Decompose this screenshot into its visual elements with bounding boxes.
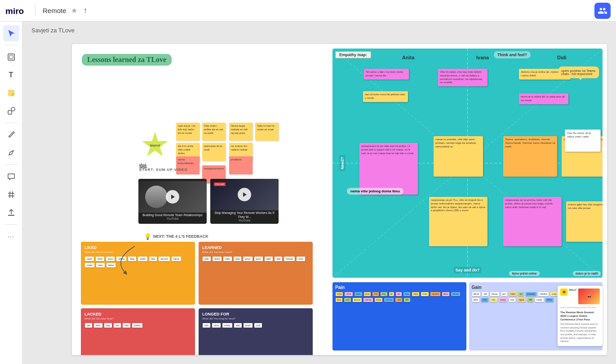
gain-sticky[interactable]: lakše — [472, 298, 480, 302]
sticky-tool[interactable] — [3, 85, 19, 101]
sticky-note[interactable]: Nema briga trebala se vidi taj koji prav… — [229, 123, 253, 141]
marker-tool[interactable] — [3, 145, 19, 161]
emp-sticky-orange[interactable]: Teams: operativno, društenje, novosti, T… — [503, 136, 557, 177]
gain-sticky[interactable]: online — [545, 298, 554, 302]
star-button[interactable]: ★ — [71, 6, 77, 15]
pain-sticky[interactable]: oprema — [430, 292, 440, 296]
pain-sticky[interactable]: sati — [396, 292, 402, 296]
lacked-sticky[interactable]: praksa — [132, 323, 142, 328]
gain-sticky[interactable]: produktiv — [526, 292, 536, 296]
more-tools[interactable]: ··· — [3, 228, 19, 244]
pain-sticky[interactable]: sami — [344, 298, 351, 302]
longed-sticky[interactable]: više — [203, 323, 210, 328]
learned-sticky[interactable]: podr — [203, 257, 211, 261]
pain-sticky[interactable]: veza — [412, 292, 419, 296]
pain-sticky[interactable]: posa — [364, 292, 371, 296]
lacked-sticky[interactable]: sati — [85, 323, 92, 328]
learned-sticky[interactable]: porez — [243, 257, 253, 261]
pain-sticky[interactable]: blog — [381, 292, 387, 296]
gain-sticky[interactable]: mir — [519, 292, 524, 296]
play-button-1[interactable] — [166, 190, 179, 204]
learned-sticky[interactable]: nove — [297, 257, 305, 261]
sticky-note[interactable]: nema komunikacija — [176, 156, 199, 174]
lacked-sticky[interactable]: više — [123, 323, 130, 328]
gain-sticky[interactable]: digitali — [517, 298, 526, 302]
liked-sticky[interactable]: kakva — [172, 257, 181, 261]
sticky-note[interactable]: Više malo i prilike da se rad na pošli — [202, 123, 226, 141]
gain-sticky[interactable]: fokusu — [490, 292, 499, 296]
learned-sticky[interactable]: kako — [265, 257, 273, 261]
user-avatar[interactable] — [594, 3, 611, 19]
emp-sticky-large[interactable]: usmjeravam se pri radu kad mi proba, i t… — [359, 143, 418, 195]
select-tool[interactable] — [3, 25, 19, 41]
learned-sticky[interactable]: alati — [275, 257, 282, 261]
pain-sticky[interactable]: Anita — [336, 292, 343, 296]
grid-tool[interactable] — [3, 186, 19, 203]
emp-sticky[interactable]: Više ili manje, ima nas malo dobrih situ… — [438, 69, 487, 86]
video-2[interactable]: ON AIR Stop Managing Your Remote Workers… — [210, 179, 279, 224]
pain-sticky[interactable]: djeca — [442, 292, 450, 296]
pain-sticky[interactable]: umoran — [384, 298, 394, 302]
sticky-note[interactable]: planiranje da bi znali — [202, 143, 226, 161]
shapes-tool[interactable] — [3, 103, 19, 119]
gain-sticky[interactable]: fleksib — [472, 292, 481, 296]
longed-sticky[interactable]: alati — [234, 323, 242, 328]
learned-sticky[interactable]: puno — [254, 257, 263, 261]
gain-sticky[interactable]: svoja — [550, 292, 558, 296]
gain-sticky[interactable]: WB — [527, 298, 533, 302]
share-button[interactable]: ↑ — [84, 6, 88, 15]
gain-sticky[interactable]: uštedina — [538, 292, 549, 296]
pain-sticky[interactable]: ured — [395, 298, 402, 302]
pain-sticky[interactable]: onlinep — [363, 298, 373, 302]
emp-sticky-center[interactable]: manje su potrebe, više tišje sami probaj… — [434, 136, 483, 177]
video-1[interactable]: Building Good Remote Team RelationshipsY… — [138, 179, 207, 224]
pain-sticky[interactable]: ne — [389, 292, 394, 296]
emp-sticky[interactable]: nema je to online bit, tu sada amo ali n… — [519, 93, 568, 104]
longed-sticky[interactable]: primj — [212, 323, 221, 328]
emp-sticky-far-br[interactable]: znamo gdje nas više razgovaramo, nije na… — [566, 201, 603, 242]
learned-sticky[interactable]: remote — [284, 257, 295, 261]
emp-sticky-bottom[interactable]: razgovaraju sa pri TLu, više se dogodi š… — [429, 197, 487, 246]
pain-sticky[interactable]: Ivana — [355, 292, 362, 296]
pain-sticky[interactable]: fokusu — [451, 292, 460, 296]
longed-sticky[interactable]: pratić — [244, 323, 253, 328]
pain-sticky[interactable]: lijenost — [353, 298, 362, 302]
pain-sticky[interactable]: izolac — [421, 292, 429, 296]
learned-sticky[interactable]: alati — [234, 257, 241, 261]
gain-sticky[interactable]: miru — [490, 298, 497, 302]
gain-sticky[interactable]: više — [482, 292, 488, 296]
lacked-sticky[interactable]: stru — [114, 323, 121, 328]
liked-sticky[interactable]: svako — [85, 263, 94, 267]
learned-sticky[interactable]: kako — [223, 257, 232, 261]
upload-tool[interactable] — [3, 204, 19, 221]
longed-sticky[interactable]: mreža — [222, 323, 232, 328]
lacked-sticky[interactable]: blog — [104, 323, 112, 328]
pain-sticky[interactable]: brze — [336, 298, 342, 302]
gain-sticky[interactable]: znanje — [499, 298, 507, 302]
pain-sticky[interactable]: nema — [375, 298, 382, 302]
pain-sticky[interactable]: buka — [403, 292, 411, 296]
pain-sticky[interactable]: WB — [404, 298, 410, 302]
gain-sticky[interactable]: sam — [501, 292, 508, 296]
lacked-sticky[interactable]: poso — [94, 323, 102, 328]
sticky-note[interactable]: sadr žaj je i na bilo koji način bit ne … — [176, 123, 199, 141]
pain-sticky[interactable]: nema — [345, 292, 352, 296]
text-tool[interactable]: T — [3, 67, 19, 83]
liked-sticky[interactable]: sadrž — [85, 257, 94, 261]
sticky-note[interactable]: problemi — [229, 156, 253, 174]
learned-sticky[interactable]: dosta — [213, 257, 222, 261]
frames-tool[interactable] — [3, 49, 19, 65]
emp-sticky[interactable]: rad od kuće mora biti jednak radu u ured… — [363, 91, 408, 102]
canvas-area[interactable]: Savjeti za TLove Lessons learned za TLov… — [22, 22, 616, 364]
gain-sticky[interactable]: manje — [535, 298, 543, 302]
gain-sticky[interactable]: obitel — [509, 292, 517, 296]
pain-sticky[interactable]: Didi — [372, 292, 379, 296]
gain-sticky[interactable]: alati — [509, 298, 515, 302]
emp-sticky-br[interactable]: razgovaraju se sa prvima, kako naš ide p… — [503, 197, 562, 246]
emp-sticky-corner[interactable]: Ono što nema, ali je važno znati i radit… — [565, 129, 601, 152]
liked-sticky[interactable]: top tem — [159, 257, 170, 261]
longed-sticky[interactable]: vodi — [254, 323, 262, 328]
emp-sticky[interactable]: Tel samo u dan i na novo može posao i ne… — [364, 69, 409, 80]
sticky-note[interactable]: Teže to kad ne može se znati — [255, 123, 279, 141]
comment-tool[interactable] — [3, 169, 19, 185]
